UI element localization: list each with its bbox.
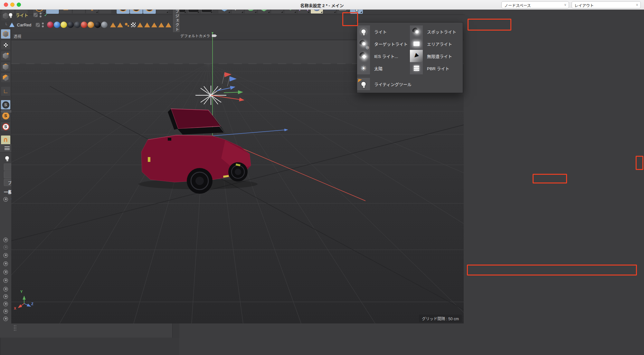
layout-dropdown-value: レイアウト — [574, 4, 594, 8]
menu-item-spot-light[interactable]: スポットライト — [410, 25, 456, 38]
tag-texture-icon[interactable] — [131, 22, 136, 27]
model-mode-icon — [3, 31, 9, 37]
radio-icon[interactable] — [3, 238, 8, 242]
view-type-label[interactable]: 透視 — [14, 33, 21, 39]
radio-icon[interactable] — [3, 253, 8, 258]
menu-item-sun[interactable]: ☀ 太陽 — [357, 62, 383, 74]
radio-icon[interactable] — [3, 270, 8, 275]
infinite-light-icon: ▶ — [410, 50, 423, 62]
camera-label-text: デフォルトカメラ — [180, 33, 210, 38]
axis-z-label: Z — [31, 302, 33, 306]
axis-y-label: Y — [20, 290, 23, 294]
cinema4d-window: 名称未設定 2 * - メイン ノードスペース ∨ レイアウト ∨ ↶ ↷ ▲ … — [0, 0, 644, 355]
menu-item-lighting-tool[interactable]: ライティングツール — [357, 78, 412, 90]
camera-move-icon[interactable] — [212, 34, 216, 37]
layer-toggle-icon[interactable] — [33, 13, 38, 17]
edge-mode-icon — [3, 64, 9, 70]
polygon-mode-icon — [3, 75, 9, 81]
sun-icon: ☀ — [357, 62, 370, 74]
texture-mode-icon — [4, 43, 8, 47]
enable-snap-button[interactable]: S — [1, 100, 11, 110]
material-sphere-icon[interactable] — [54, 22, 60, 28]
nodespace-dropdown-value: ノードスペース — [504, 4, 531, 8]
magnet-icon: ∪ — [3, 136, 8, 144]
chevron-down-icon: ∨ — [564, 3, 566, 6]
right-panel: ファイル 編集 表示 オブジェクト タグ ブックマーク ⇧ ▽ + ─ ライト … — [0, 322, 179, 355]
tag-icons[interactable] — [110, 22, 171, 27]
chevron-down-icon: ∨ — [636, 3, 638, 6]
radio-icon[interactable] — [3, 294, 8, 299]
spot-light-icon — [410, 25, 423, 38]
axis-edit-button[interactable]: ∟ — [1, 86, 11, 96]
snap-white-icon: S — [2, 123, 9, 130]
material-sphere-icon[interactable] — [81, 22, 87, 28]
tag-dots-icon[interactable] — [124, 22, 129, 27]
snap-orange-icon: S — [2, 112, 9, 119]
material-sphere-icon[interactable] — [74, 22, 80, 28]
grid-spacing-label: グリッド間隔 : 50 cm — [419, 315, 462, 322]
menu-item-pbr-light[interactable]: PBR ライト — [410, 62, 449, 74]
menu-item-ies-light[interactable]: IES ライト... — [357, 50, 398, 62]
layout-dropdown[interactable]: レイアウト ∨ — [572, 1, 641, 8]
light-bulb-icon — [5, 156, 9, 160]
snap-icon: S — [2, 101, 9, 108]
tag-triangle-icon[interactable] — [166, 23, 171, 27]
null-object-icon — [9, 23, 14, 27]
nodespace-dropdown[interactable]: ノードスペース ∨ — [501, 1, 569, 8]
tag-triangle-icon[interactable] — [144, 23, 150, 27]
radio-icon[interactable] — [3, 245, 8, 250]
radio-icon[interactable] — [3, 261, 8, 266]
object-row-light[interactable]: ─ ライト ✓ — [0, 10, 172, 20]
material-sphere-icon[interactable] — [101, 22, 108, 28]
material-sphere-icon[interactable] — [47, 22, 53, 28]
attribute-menu-icon[interactable] — [5, 146, 10, 150]
radio-icon[interactable] — [3, 278, 8, 283]
menu-item-infinite-light[interactable]: ▶ 無限遠ライト — [410, 50, 452, 62]
layer-toggle-icon[interactable] — [36, 23, 40, 27]
polygon-mode-button[interactable] — [1, 73, 11, 83]
material-sphere-icon[interactable] — [88, 22, 94, 28]
tree-branch: └ — [5, 23, 7, 27]
material-sphere-icon[interactable] — [61, 22, 67, 28]
material-sphere-icon[interactable] — [67, 22, 74, 28]
pbr-light-icon — [410, 62, 423, 74]
material-swatches[interactable] — [47, 22, 108, 28]
light-bulb-icon — [357, 25, 370, 38]
texture-mode-button[interactable] — [1, 40, 11, 50]
snap-white-button[interactable]: S — [1, 122, 11, 132]
visibility-dots-icon[interactable] — [40, 13, 42, 17]
visibility-dots-icon[interactable] — [42, 23, 44, 27]
tree-branch: ─ — [3, 13, 6, 17]
tag-triangle-icon[interactable] — [137, 23, 143, 27]
titlebar: 名称未設定 2 * - メイン ノードスペース ∨ レイアウト ∨ — [0, 0, 644, 10]
light-tool-dropdown-menu: ライト ◎ ターゲットライト IES ライト... ☀ 太陽 ライティングツール… — [357, 22, 463, 93]
radio-icon[interactable] — [3, 302, 8, 306]
menu-item-light[interactable]: ライト — [357, 25, 387, 38]
tag-triangle-icon[interactable] — [151, 23, 157, 27]
palette-drag-handle[interactable] — [14, 325, 16, 331]
magnet-tool-button[interactable]: ∪ — [1, 135, 11, 145]
model-mode-button[interactable] — [1, 29, 11, 39]
annotation-light-object — [468, 19, 511, 31]
tag-triangle-icon[interactable] — [117, 23, 123, 27]
axis-x-label: X — [14, 306, 16, 310]
annotation-general-tab — [533, 174, 567, 183]
tag-triangle-icon[interactable] — [158, 23, 164, 27]
enabled-check-icon[interactable]: ✓ — [44, 12, 48, 18]
object-name: CarRed — [17, 23, 32, 27]
target-light-icon: ◎ — [357, 38, 370, 50]
object-row-carred[interactable]: └ CarRed — [0, 20, 172, 30]
menu-item-area-light[interactable]: エリアライト — [410, 38, 452, 50]
material-sphere-icon[interactable] — [94, 22, 101, 28]
tag-triangle-icon[interactable] — [110, 23, 116, 27]
radio-icon[interactable] — [3, 287, 8, 292]
radio-icon[interactable] — [3, 309, 8, 314]
annotation-light-type-row — [467, 265, 637, 276]
annotation-attributes-tab — [636, 156, 643, 170]
radio-icon[interactable] — [3, 197, 8, 202]
edge-mode-button[interactable] — [1, 62, 11, 72]
menu-item-target-light[interactable]: ◎ ターゲットライト — [357, 38, 408, 50]
radio-icon[interactable] — [3, 316, 8, 321]
default-camera-label[interactable]: デフォルトカメラ — [180, 33, 216, 38]
point-mode-button[interactable] — [1, 51, 11, 61]
